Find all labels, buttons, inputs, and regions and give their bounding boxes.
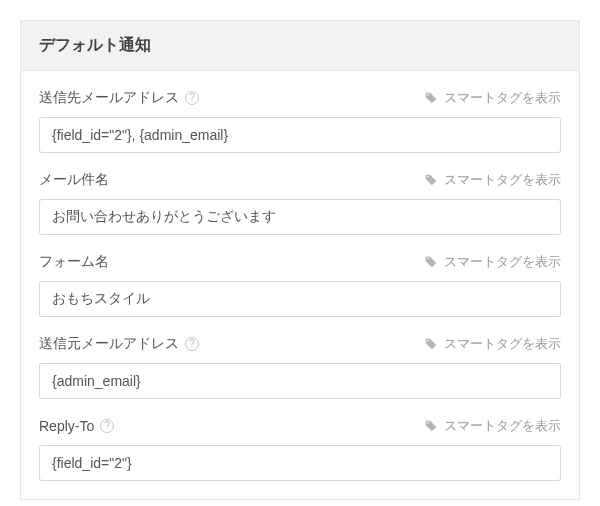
smart-tag-toggle[interactable]: スマートタグを表示 [424, 89, 561, 107]
label-row: フォーム名 スマートタグを表示 [39, 253, 561, 271]
reply-to-label-wrap: Reply-To ? [39, 418, 114, 434]
label-row: Reply-To ? スマートタグを表示 [39, 417, 561, 435]
notification-settings-panel: デフォルト通知 送信先メールアドレス ? スマートタグを表示 [20, 20, 580, 500]
field-form-name: フォーム名 スマートタグを表示 [39, 235, 561, 317]
tag-icon [424, 419, 438, 433]
label-row: メール件名 スマートタグを表示 [39, 171, 561, 189]
send-to-label-wrap: 送信先メールアドレス ? [39, 89, 199, 107]
help-icon[interactable]: ? [100, 419, 114, 433]
smart-tag-label: スマートタグを表示 [444, 417, 561, 435]
smart-tag-toggle[interactable]: スマートタグを表示 [424, 335, 561, 353]
field-reply-to: Reply-To ? スマートタグを表示 [39, 399, 561, 481]
smart-tag-toggle[interactable]: スマートタグを表示 [424, 417, 561, 435]
label-row: 送信元メールアドレス ? スマートタグを表示 [39, 335, 561, 353]
tag-icon [424, 91, 438, 105]
subject-input[interactable] [39, 199, 561, 235]
help-icon[interactable]: ? [185, 91, 199, 105]
label-row: 送信先メールアドレス ? スマートタグを表示 [39, 89, 561, 107]
smart-tag-toggle[interactable]: スマートタグを表示 [424, 253, 561, 271]
smart-tag-label: スマートタグを表示 [444, 335, 561, 353]
smart-tag-label: スマートタグを表示 [444, 253, 561, 271]
smart-tag-label: スマートタグを表示 [444, 171, 561, 189]
send-to-input[interactable] [39, 117, 561, 153]
tag-icon [424, 173, 438, 187]
help-icon[interactable]: ? [185, 337, 199, 351]
form-name-input[interactable] [39, 281, 561, 317]
reply-to-label: Reply-To [39, 418, 94, 434]
panel-body: 送信先メールアドレス ? スマートタグを表示 メール件名 [21, 71, 579, 499]
panel-title: デフォルト通知 [21, 21, 579, 71]
from-address-label: 送信元メールアドレス [39, 335, 179, 353]
field-subject: メール件名 スマートタグを表示 [39, 153, 561, 235]
smart-tag-toggle[interactable]: スマートタグを表示 [424, 171, 561, 189]
tag-icon [424, 337, 438, 351]
reply-to-input[interactable] [39, 445, 561, 481]
subject-label: メール件名 [39, 171, 109, 189]
from-address-label-wrap: 送信元メールアドレス ? [39, 335, 199, 353]
tag-icon [424, 255, 438, 269]
send-to-label: 送信先メールアドレス [39, 89, 179, 107]
field-send-to: 送信先メールアドレス ? スマートタグを表示 [39, 71, 561, 153]
subject-label-wrap: メール件名 [39, 171, 109, 189]
smart-tag-label: スマートタグを表示 [444, 89, 561, 107]
field-from-address: 送信元メールアドレス ? スマートタグを表示 [39, 317, 561, 399]
form-name-label: フォーム名 [39, 253, 109, 271]
form-name-label-wrap: フォーム名 [39, 253, 109, 271]
from-address-input[interactable] [39, 363, 561, 399]
